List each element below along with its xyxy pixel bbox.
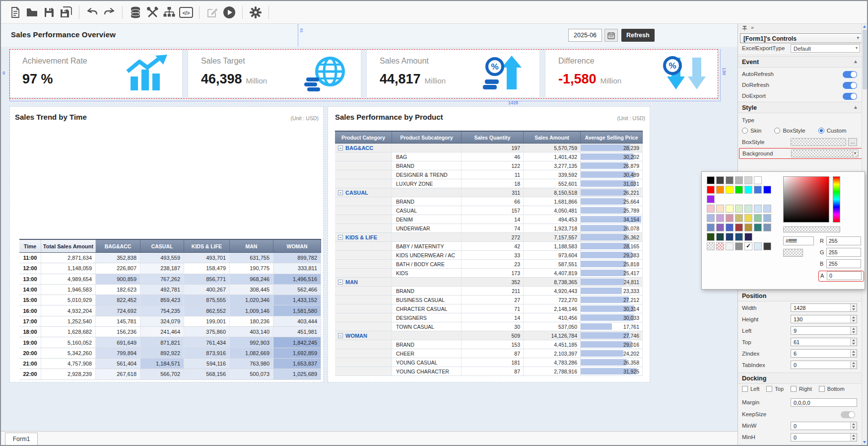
collapse-panel-icon[interactable]: » [751,24,754,30]
color-swatch[interactable] [735,214,743,222]
sitemap-icon[interactable] [162,5,177,20]
collapse-category-icon[interactable] [338,190,343,195]
color-swatch[interactable] [716,223,724,231]
undo-icon[interactable] [85,5,100,20]
boxstyle-more-button[interactable]: ... [848,138,857,146]
doexport-toggle[interactable] [843,93,857,100]
collapse-category-icon[interactable] [338,280,343,285]
collapse-section-icon[interactable]: ▲ [853,104,858,110]
controls-combo[interactable]: [Form1]'s Controls ▾ [740,33,863,43]
color-swatch[interactable] [754,214,762,222]
dock-checkbox-top[interactable]: Top [766,386,784,392]
color-swatch[interactable] [735,186,743,194]
open-folder-icon[interactable] [25,5,40,20]
radio-boxstyle[interactable]: BoxStyle [774,126,805,135]
scrollbar-thumb[interactable] [863,30,867,89]
left-input[interactable]: 9 [791,326,857,335]
transparent-pink-swatch[interactable] [716,242,724,250]
scroll-up-icon[interactable] [863,25,866,28]
color-swatch[interactable] [744,214,752,222]
color-swatch[interactable] [763,205,771,213]
color-swatch[interactable] [735,223,743,231]
margin-input[interactable]: 0,0,0,0 [791,398,857,407]
dorefresh-toggle[interactable] [843,82,857,89]
save-all-icon[interactable] [59,5,73,20]
collapse-section-icon[interactable]: ▲ [853,59,858,64]
keepsize-toggle[interactable] [841,411,855,418]
pin-icon[interactable] [742,25,747,31]
spinner[interactable] [850,361,857,369]
database-icon[interactable] [128,5,143,20]
color-swatch[interactable] [735,205,743,213]
color-swatch[interactable] [707,186,715,194]
color-swatch[interactable] [735,242,743,250]
color-swatch[interactable] [735,233,743,241]
kpi-card-sales-amount[interactable]: Sales Amount44,817Million% [367,50,539,97]
saturation-gradient-picker[interactable] [783,176,829,223]
settings-icon[interactable] [248,5,263,20]
kpi-card-difference[interactable]: Difference-1,580Million% [545,50,718,97]
hue-bar[interactable] [833,176,840,223]
autorefresh-toggle[interactable] [843,71,857,78]
color-swatch[interactable] [707,214,715,222]
r-input[interactable]: 255 [826,236,861,245]
color-swatch[interactable] [726,205,734,213]
spinner[interactable] [850,434,857,441]
selected-color-swatch[interactable]: ✓ [744,242,752,250]
collapse-category-icon[interactable] [338,333,343,338]
hex-color-input[interactable] [783,236,814,245]
scroll-down-icon[interactable] [863,441,866,444]
kpi-card-achievement-rate[interactable]: Achievement Rate97 % [9,50,182,97]
g-input[interactable]: 255 [826,248,861,257]
background-color-dropdown[interactable]: ▾ [791,149,859,157]
color-swatch[interactable] [763,223,771,231]
excel-export-select[interactable]: Default ▾ [791,44,860,53]
color-swatch[interactable] [716,205,724,213]
date-input[interactable] [568,29,602,42]
collapse-category-icon[interactable] [338,235,343,240]
boxstyle-swatch[interactable] [791,138,846,146]
zindex-input[interactable]: 6 [791,349,857,358]
dock-checkbox-bottom[interactable]: Bottom [819,386,845,392]
top-input[interactable]: 61 [791,338,857,346]
color-swatch[interactable] [744,205,752,213]
color-swatch[interactable] [726,242,734,250]
color-swatch[interactable] [754,176,762,184]
color-swatch[interactable] [754,205,762,213]
redo-icon[interactable] [102,5,117,20]
color-swatch[interactable] [754,242,762,250]
tabindex-input[interactable]: 0 [791,361,857,369]
spinner[interactable] [850,304,857,311]
form-tab[interactable]: Form1 [5,433,38,445]
refresh-button[interactable]: Refresh [621,29,655,42]
new-document-icon[interactable] [8,5,23,20]
color-swatch[interactable] [763,186,771,194]
color-swatch[interactable] [707,176,715,184]
color-swatch[interactable] [726,186,734,194]
spinner[interactable] [850,315,857,323]
spinner[interactable] [850,327,857,334]
minh-input[interactable]: 0 [791,433,857,442]
color-swatch[interactable] [726,214,734,222]
height-input[interactable]: 130 [791,315,857,323]
color-swatch[interactable] [754,186,762,194]
minw-input[interactable]: 0 [791,422,857,430]
color-swatch[interactable] [707,223,715,231]
radio-skin[interactable]: Skin [742,126,761,135]
color-swatch[interactable] [707,195,715,203]
width-input[interactable]: 1428 [791,303,857,312]
collapse-category-icon[interactable] [338,146,343,150]
color-swatch[interactable] [716,176,724,184]
kpi-card-sales-target[interactable]: Sales Target46,398Million [188,50,361,97]
color-swatch[interactable] [707,233,715,241]
color-swatch[interactable] [726,233,734,241]
dock-checkbox-left[interactable]: Left [742,386,759,392]
color-swatch[interactable] [726,223,734,231]
run-icon[interactable] [222,5,237,20]
calendar-button[interactable] [604,29,618,42]
transparent-swatch[interactable] [707,242,715,250]
a-input[interactable]: 0 [827,271,862,280]
dock-checkbox-right[interactable]: Right [791,386,812,392]
color-swatch[interactable] [735,176,743,184]
save-icon[interactable] [42,5,57,20]
